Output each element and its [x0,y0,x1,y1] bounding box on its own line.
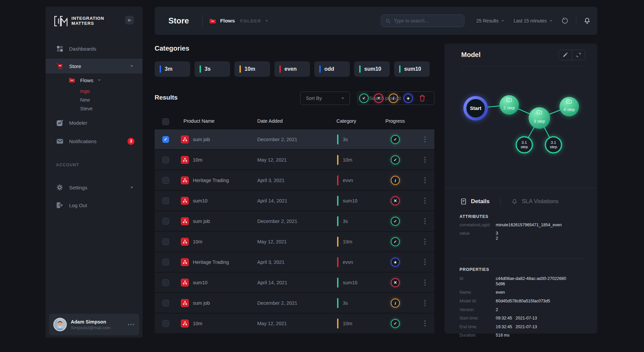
category-color-bar [337,318,338,329]
row-checkbox[interactable] [162,177,169,184]
category-chip[interactable]: even [274,61,310,77]
table-row[interactable]: sum jobDecember 2, 20213si [155,293,434,313]
status-glyph: ✓ [393,137,397,141]
sidebar-item-flows[interactable]: Flows [69,73,143,87]
row-checkbox[interactable] [162,218,169,225]
table-row[interactable]: 10mMay 12, 202110m✓ [155,150,434,170]
row-checkbox[interactable] [162,157,169,163]
table-row[interactable]: ✓sum jobDecember 2, 20213s✓ [155,129,434,149]
global-search[interactable] [381,14,465,27]
node-4step[interactable] [559,97,579,116]
status-glyph: ✓ [393,158,397,162]
table-row[interactable]: 10mMay 12, 202110m✓ [155,232,434,251]
product-icon [181,319,189,328]
category-color-bar [337,298,338,308]
sidebar-item-store[interactable]: Store [46,59,143,73]
folder-icon [69,77,75,83]
node-31step-label: 3.1 [522,140,527,144]
product-icon [181,238,189,246]
row-menu-button[interactable] [423,216,427,227]
sidebar-collapse-button[interactable] [125,16,134,24]
time-range-label: Last 15 minutes [514,18,547,23]
expand-model-button[interactable] [572,50,585,60]
row-checkbox[interactable] [162,300,169,306]
refresh-button[interactable] [561,17,569,24]
sidebar-item-notifications[interactable]: Notifications 3 [46,134,143,149]
tab-sla-violations[interactable]: SLA Violations [512,198,558,205]
property-row: Name:even [460,290,585,295]
sidebar-item-label: Notifications [69,138,97,144]
sidebar-item-logout[interactable]: Log Out [46,198,143,213]
dashboards-grid-icon [56,46,63,52]
table-row[interactable]: 10mMay 12, 202110m✓ [155,313,434,333]
category-label: evvn [343,178,353,183]
date-added-cell: May 12, 2021 [257,157,287,163]
row-checkbox[interactable] [162,279,169,286]
category-chip[interactable]: odd [314,61,350,77]
category-color-bar [337,134,338,144]
chevron-down-icon [501,20,504,22]
results-count-dropdown[interactable]: 25 Results [476,18,504,23]
product-search[interactable] [357,92,434,105]
sidebar-item-dashboards[interactable]: Dashboards [46,41,143,56]
store-subtree: Flows Ingo New Steve [46,73,143,113]
row-menu-button[interactable] [423,277,427,288]
sidebar-item-settings[interactable]: Settings [46,180,143,195]
category-chip[interactable]: 10m [234,61,270,77]
details-tabs: Details SLA Violations [461,197,558,206]
row-checkbox[interactable] [162,320,169,327]
product-search-input[interactable] [369,96,430,101]
row-checkbox[interactable] [162,197,169,204]
tab-details[interactable]: Details [461,198,490,205]
node-3step[interactable] [529,107,550,129]
time-range-dropdown[interactable]: Last 15 minutes [514,18,552,23]
user-menu-button[interactable] [128,324,134,325]
select-all-checkbox[interactable] [162,118,169,125]
category-chip[interactable]: 3m [155,61,190,77]
row-menu-button[interactable] [423,154,427,165]
sidebar-item-new[interactable]: New [69,96,143,104]
row-menu-button[interactable] [423,318,427,329]
row-checkbox[interactable] [162,238,169,245]
product-icon [181,217,189,225]
sort-by-dropdown[interactable]: Sort By [300,92,350,105]
category-chip[interactable]: 3s [195,61,230,77]
avatar [53,318,67,331]
cart-icon [56,63,63,70]
row-menu-button[interactable] [423,236,427,247]
bell-icon [512,198,518,205]
property-label: Model Id: [460,299,496,304]
flow-hierarchy-icon [182,280,187,285]
table-row[interactable]: sum10April 14, 2021sum10✕ [155,273,434,292]
row-menu-button[interactable] [423,297,427,308]
category-label: 3s [343,137,348,142]
sidebar-item-ingo[interactable]: Ingo [69,87,143,96]
row-menu-button[interactable] [423,195,427,206]
category-cell: 3s [337,298,348,308]
table-row[interactable]: Heritage TradingApril 3, 2021evvn★ [155,252,434,272]
node-2step[interactable] [499,95,519,115]
row-menu-button[interactable] [423,175,427,186]
sidebar-item-modeler[interactable]: Modeler [46,115,143,130]
row-menu-button[interactable] [423,256,427,268]
category-chip[interactable]: sum10 [354,61,390,77]
category-chip[interactable]: sum10 [394,61,430,77]
app-root: INTEGRATION MATTERS Dashboards Store [0,0,644,352]
category-cell: 3s [337,216,348,226]
row-menu-button[interactable] [423,134,427,145]
table-row[interactable]: Heritage TradingApril 3, 2021evvni [155,170,434,190]
category-cell: 3s [337,134,348,144]
edit-model-button[interactable] [559,50,572,60]
table-row[interactable]: sum10April 14, 2021sum10✕ [155,191,434,211]
breadcrumb[interactable]: Flows FOLDER [209,18,268,24]
sidebar-item-steve[interactable]: Steve [69,104,143,113]
search-input[interactable] [394,18,460,23]
row-checkbox[interactable]: ✓ [162,136,169,143]
table-row[interactable]: sum jobDecember 2, 20213s✓ [155,211,434,231]
row-checkbox[interactable] [162,259,169,266]
model-graph[interactable]: Start 2 step 3 step 4 step 3.1 step 3.1 … [451,74,592,184]
product-icon [181,176,189,184]
category-label: evvn [343,259,353,265]
notifications-button[interactable] [584,17,591,24]
user-card[interactable]: Adam Simpson Simpson2@mail.com [49,314,139,335]
